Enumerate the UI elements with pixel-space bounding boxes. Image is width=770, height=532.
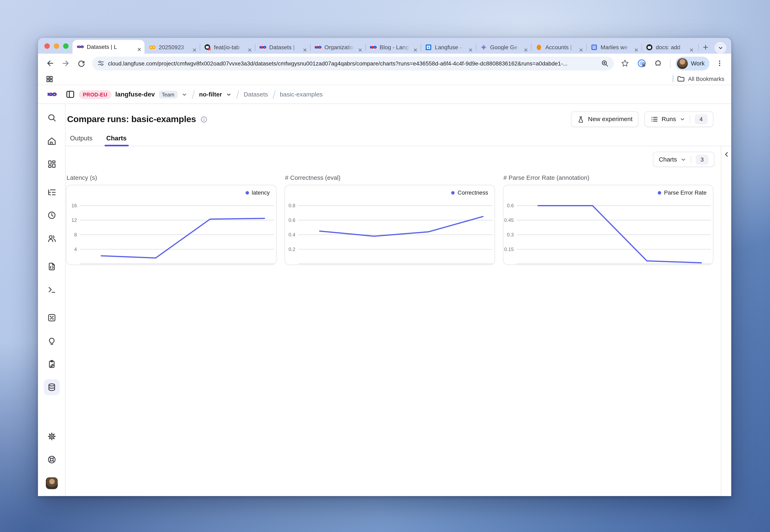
browser-tab-docs[interactable]: docs: add (642, 41, 697, 54)
close-tab-icon[interactable] (634, 45, 639, 50)
browser-tab-datasets2[interactable]: Datasets | (255, 41, 310, 54)
project-name[interactable]: no-filter (199, 91, 222, 98)
sidebar-item-search[interactable] (44, 110, 59, 126)
page-tabs: Outputs Charts (65, 132, 731, 146)
orange-blob-favicon (535, 44, 542, 51)
tab-title: docs: add (656, 44, 686, 50)
tab-charts[interactable]: Charts (103, 132, 130, 146)
profile-name: Work (691, 60, 705, 67)
database-icon (47, 383, 56, 392)
close-window-button[interactable] (44, 43, 50, 48)
user-avatar[interactable] (46, 477, 57, 489)
url-text[interactable]: cloud.langfuse.com/project/cmfwgv8fx002o… (108, 60, 598, 66)
chevron-down-icon[interactable] (181, 91, 187, 97)
close-tab-icon[interactable] (303, 45, 307, 50)
home-icon (47, 136, 56, 145)
browser-tab-datasets-active[interactable]: Datasets | L (72, 40, 144, 54)
tab-title: Google Ge (490, 44, 521, 50)
sidebar-item-playground[interactable] (44, 282, 59, 298)
browser-tab-blog[interactable]: Blog - Lang (365, 41, 421, 54)
apps-grid-icon[interactable] (46, 75, 53, 83)
close-tab-icon[interactable] (192, 45, 197, 50)
tab-outputs[interactable]: Outputs (67, 132, 95, 146)
line-chart-card: 0.60.450.30.15 Parse Error Rate (503, 185, 714, 265)
sidebar-item-insights[interactable] (44, 333, 59, 349)
main-content: Compare runs: basic-examples New experim… (65, 104, 731, 496)
new-experiment-button[interactable]: New experiment (571, 111, 638, 127)
sidebar-item-tracing[interactable] (44, 184, 59, 200)
svg-text:0.6: 0.6 (507, 203, 513, 208)
browser-tab-colab[interactable]: 20250923 (144, 41, 200, 54)
breadcrumb-slash (191, 89, 195, 99)
back-button[interactable] (43, 56, 57, 70)
sidebar-item-datasets[interactable] (44, 379, 59, 395)
browser-tab-accounts[interactable]: Accounts | (531, 41, 586, 54)
chevron-down-icon[interactable] (226, 91, 232, 97)
chart-title: # Correctness (eval) (285, 174, 495, 181)
sidebar-item-home[interactable] (44, 133, 59, 149)
minimize-window-button[interactable] (54, 43, 59, 48)
charts-label: Charts (659, 156, 677, 163)
sidebar-item-evaluation[interactable] (44, 310, 59, 326)
tab-search-chevron-button[interactable] (715, 42, 726, 54)
reload-button[interactable] (74, 56, 88, 70)
sidebar-item-prompts[interactable] (44, 259, 59, 274)
zoom-in-icon[interactable] (601, 59, 609, 67)
sidebar-item-support[interactable] (44, 452, 59, 468)
svg-text:0.4: 0.4 (289, 232, 295, 237)
close-tab-icon[interactable] (524, 45, 528, 50)
langfuse-logo[interactable] (38, 90, 65, 99)
all-bookmarks-button[interactable]: All Bookmarks (672, 75, 724, 83)
sidebar-item-settings[interactable] (44, 429, 59, 444)
browser-tab-organization[interactable]: Organizatio (310, 41, 365, 54)
browser-tab-github-pr[interactable]: feat(io-tab (200, 41, 255, 54)
charts-dropdown-button[interactable]: Charts 3 (653, 152, 715, 167)
close-tab-icon[interactable] (358, 45, 362, 50)
sidebar-toggle-icon[interactable] (65, 90, 75, 99)
plus-icon (702, 44, 708, 50)
layout-dashboard-icon (47, 160, 56, 169)
toolbar-right-icons: Work (618, 56, 726, 70)
legend-dot (658, 191, 661, 194)
sidebar-item-dashboard[interactable] (44, 156, 59, 172)
collapse-left-icon[interactable] (723, 151, 730, 496)
forward-button[interactable] (59, 56, 72, 70)
browser-tab-gemini[interactable]: Google Ge (476, 41, 531, 54)
folder-icon (677, 75, 685, 83)
chart-correctness: # Correctness (eval) 0.80.60.40.2 Correc… (285, 174, 495, 265)
browser-profile-chip[interactable]: Work (676, 56, 710, 70)
chart-legend: Correctness (451, 190, 488, 196)
close-tab-icon[interactable] (468, 45, 473, 50)
site-controls-icon[interactable] (97, 60, 104, 67)
info-icon[interactable] (200, 116, 207, 123)
zoom-window-button[interactable] (63, 43, 68, 48)
breadcrumb-slash (272, 89, 276, 99)
browser-menu-icon[interactable] (713, 56, 726, 70)
chart-title: Latency (s) (67, 174, 277, 181)
close-tab-icon[interactable] (137, 45, 141, 49)
sidebar-item-sessions[interactable] (44, 207, 59, 223)
line-chart: 0.60.450.30.15 (503, 185, 713, 264)
close-tab-icon[interactable] (413, 45, 418, 50)
close-tab-icon[interactable] (248, 45, 252, 50)
sidebar-item-users[interactable] (44, 230, 59, 246)
close-tab-icon[interactable] (689, 45, 694, 50)
close-tab-icon[interactable] (579, 45, 584, 50)
breadcrumb-datasets[interactable]: Datasets (244, 91, 268, 98)
runs-dropdown-button[interactable]: Runs 4 (644, 111, 713, 127)
extensions-puzzle-icon[interactable] (652, 56, 665, 70)
new-tab-button[interactable] (697, 41, 709, 54)
url-bar[interactable]: cloud.langfuse.com/project/cmfwgv8fx002o… (92, 56, 614, 70)
environment-badge[interactable]: PROD-EU (79, 90, 111, 99)
breadcrumb-dataset-name[interactable]: basic-examples (280, 91, 323, 98)
browser-tabs: Datasets | L 20250923 feat(io-tab (72, 38, 731, 54)
sidebar-item-annotation[interactable] (44, 356, 59, 372)
tab-title: 20250923 (159, 44, 189, 50)
browser-tab-marlies[interactable]: Marlies we (586, 41, 642, 54)
bookmark-star-icon[interactable] (618, 56, 632, 70)
chevron-down-icon (681, 156, 686, 162)
org-plan-badge: Team (159, 90, 177, 98)
organization-name[interactable]: langfuse-dev (115, 91, 155, 98)
privacy-badge-icon[interactable] (635, 56, 648, 70)
browser-tab-calendar[interactable]: 6 Langfuse - (421, 41, 476, 54)
